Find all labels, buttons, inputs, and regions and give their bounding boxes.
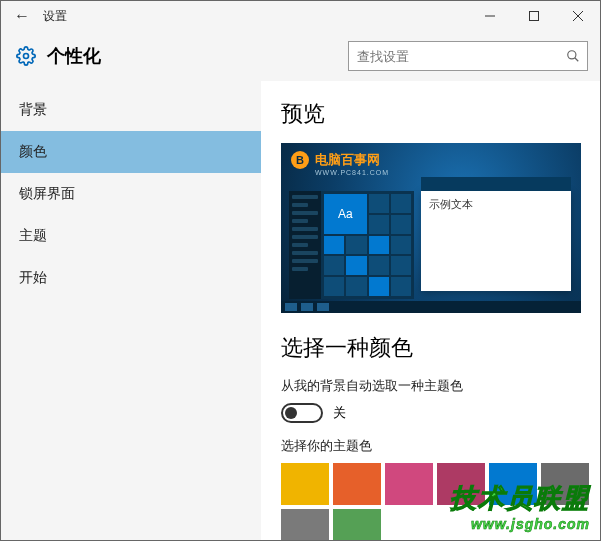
search-icon[interactable]	[559, 42, 587, 70]
pick-accent-label: 选择你的主题色	[281, 437, 580, 455]
preview-sample-titlebar	[421, 177, 571, 191]
brand-text: 电脑百事网	[315, 151, 380, 169]
choose-color-heading: 选择一种颜色	[281, 333, 580, 363]
sidebar-item-colors[interactable]: 颜色	[1, 131, 261, 173]
preview-heading: 预览	[281, 99, 580, 129]
minimize-button[interactable]	[468, 1, 512, 31]
auto-color-label: 从我的背景自动选取一种主题色	[281, 377, 580, 395]
color-swatch[interactable]	[281, 463, 329, 505]
sidebar-item-themes[interactable]: 主题	[1, 215, 261, 257]
preview-brand-logo: B 电脑百事网	[291, 151, 380, 169]
color-swatch[interactable]	[437, 463, 485, 505]
sidebar-item-background[interactable]: 背景	[1, 89, 261, 131]
page-subtitle: 个性化	[47, 44, 348, 68]
preview-thumbnail: B 电脑百事网 WWW.PC841.COM Aa 示例文本	[281, 143, 581, 313]
svg-point-5	[568, 51, 576, 59]
svg-point-4	[24, 54, 29, 59]
search-box[interactable]	[348, 41, 588, 71]
color-swatch[interactable]	[333, 463, 381, 505]
color-swatches	[281, 463, 580, 540]
preview-sample-window: 示例文本	[421, 191, 571, 291]
sidebar: 背景 颜色 锁屏界面 主题 开始	[1, 81, 261, 540]
preview-tiles: Aa	[321, 191, 414, 299]
color-swatch[interactable]	[489, 463, 537, 505]
brand-sub: WWW.PC841.COM	[315, 169, 389, 176]
close-button[interactable]	[556, 1, 600, 31]
preview-tile-aa: Aa	[324, 194, 367, 234]
preview-applist	[289, 191, 321, 299]
color-swatch[interactable]	[541, 463, 589, 505]
brand-mark-icon: B	[291, 151, 309, 169]
color-swatch[interactable]	[385, 463, 433, 505]
auto-color-toggle[interactable]	[281, 403, 323, 423]
preview-startmenu: Aa	[289, 191, 414, 299]
window-title: 设置	[43, 8, 468, 25]
preview-taskbar	[281, 301, 581, 313]
gear-icon	[13, 43, 39, 69]
sidebar-item-lockscreen[interactable]: 锁屏界面	[1, 173, 261, 215]
search-input[interactable]	[349, 49, 559, 64]
sidebar-item-start[interactable]: 开始	[1, 257, 261, 299]
toggle-state-label: 关	[333, 404, 346, 422]
preview-sample-text: 示例文本	[421, 191, 571, 218]
color-swatch[interactable]	[281, 509, 329, 540]
maximize-button[interactable]	[512, 1, 556, 31]
svg-rect-1	[530, 12, 539, 21]
back-button[interactable]: ←	[1, 7, 43, 25]
svg-line-6	[575, 58, 579, 62]
color-swatch[interactable]	[333, 509, 381, 540]
